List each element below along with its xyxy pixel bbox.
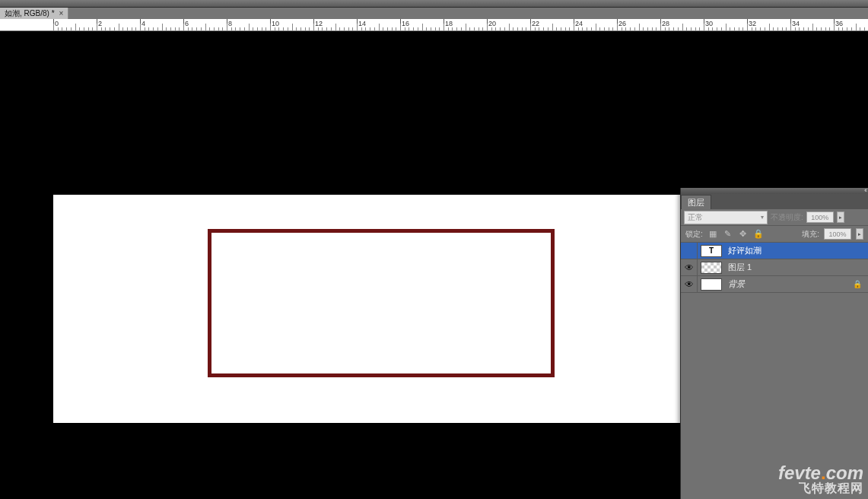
ruler-tick-label: 22 [532, 20, 539, 27]
chevron-down-icon: ▾ [761, 214, 764, 221]
horizontal-ruler: 024681012141618202224262830323436 [0, 19, 868, 31]
ruler-tick-label: 0 [55, 20, 59, 27]
app-menubar [0, 0, 868, 8]
layer-name-label[interactable]: 图层 1 [725, 262, 752, 273]
ruler-tick-label: 28 [662, 20, 669, 27]
layers-panel: 图层 正常 ▾ 不透明度: 100% ▸ 锁定: ▦ ✎ ✥ 🔒 填充: 100… [680, 188, 868, 499]
layer-row[interactable]: 👁图层 1 [681, 259, 868, 276]
watermark-brand: fevte.com [778, 464, 863, 482]
layer-row[interactable]: 👁背景🔒 [681, 276, 868, 293]
blend-mode-value: 正常 [688, 212, 703, 223]
ruler-tick-label: 10 [272, 20, 279, 27]
ruler-tick-label: 24 [575, 20, 583, 27]
ruler-tick-label: 14 [358, 20, 366, 27]
ruler-tick-label: 32 [749, 20, 756, 27]
opacity-label: 不透明度: [771, 212, 803, 223]
ruler-tick-label: 26 [618, 20, 626, 27]
ruler-tick-label: 20 [488, 20, 496, 27]
document-tab-bar: 如潮, RGB/8) * × [0, 8, 868, 19]
fill-stepper[interactable]: ▸ [856, 228, 863, 240]
close-icon[interactable]: × [59, 9, 64, 17]
layer-thumbnail[interactable]: T [698, 245, 725, 257]
canvas-area[interactable]: 图层 正常 ▾ 不透明度: 100% ▸ 锁定: ▦ ✎ ✥ 🔒 填充: 100… [0, 31, 868, 499]
lock-all-icon[interactable]: 🔒 [753, 229, 764, 240]
ruler-tick-label: 30 [705, 20, 713, 27]
layer-name-label[interactable]: 背景 [725, 278, 745, 290]
lock-position-icon[interactable]: ✥ [738, 229, 749, 240]
ruler-tick-label: 12 [315, 20, 323, 27]
blend-opacity-row: 正常 ▾ 不透明度: 100% ▸ [681, 209, 868, 226]
layer-name-label[interactable]: 好评如潮 [725, 245, 761, 256]
lock-transparency-icon[interactable]: ▦ [707, 229, 718, 240]
lock-pixels-icon[interactable]: ✎ [723, 229, 733, 240]
layer-row[interactable]: T好评如潮 [681, 243, 868, 259]
lock-icon: 🔒 [853, 280, 862, 288]
layer-thumbnail[interactable] [698, 278, 725, 291]
fill-field[interactable]: 100% [824, 228, 851, 240]
lock-fill-row: 锁定: ▦ ✎ ✥ 🔒 填充: 100% ▸ [681, 226, 868, 243]
opacity-field[interactable]: 100% [806, 211, 834, 223]
panel-tab-bar: 图层 [681, 194, 868, 209]
ruler-tick-label: 16 [402, 20, 409, 27]
visibility-toggle[interactable] [681, 243, 698, 259]
watermark-subtitle: 飞特教程网 [778, 482, 863, 494]
blend-mode-select[interactable]: 正常 ▾ [684, 211, 768, 224]
layers-tab[interactable]: 图层 [681, 195, 711, 209]
ruler-tick-label: 2 [98, 20, 102, 27]
document-tab-title: 如潮, RGB/8) * [5, 8, 55, 19]
ruler-tick-label: 8 [228, 20, 232, 27]
layer-thumbnail[interactable] [698, 262, 725, 274]
watermark: fevte.com 飞特教程网 [778, 464, 863, 494]
ruler-tick-label: 36 [835, 20, 843, 27]
ruler-tick-label: 18 [445, 20, 453, 27]
visibility-toggle[interactable]: 👁 [681, 259, 698, 276]
panel-collapse-handle[interactable] [681, 188, 868, 194]
ruler-tick-label: 6 [185, 20, 189, 27]
opacity-stepper[interactable]: ▸ [837, 211, 844, 223]
ruler-tick-label: 4 [141, 20, 145, 27]
lock-label: 锁定: [685, 229, 703, 240]
ruler-tick-label: 34 [792, 20, 800, 27]
layer-list: T好评如潮👁图层 1👁背景🔒 [681, 243, 868, 293]
document-tab[interactable]: 如潮, RGB/8) * × [0, 8, 68, 19]
selection-rectangle[interactable] [208, 229, 555, 377]
fill-label: 填充: [802, 229, 819, 240]
document-canvas[interactable] [53, 195, 683, 423]
visibility-toggle[interactable]: 👁 [681, 276, 698, 293]
